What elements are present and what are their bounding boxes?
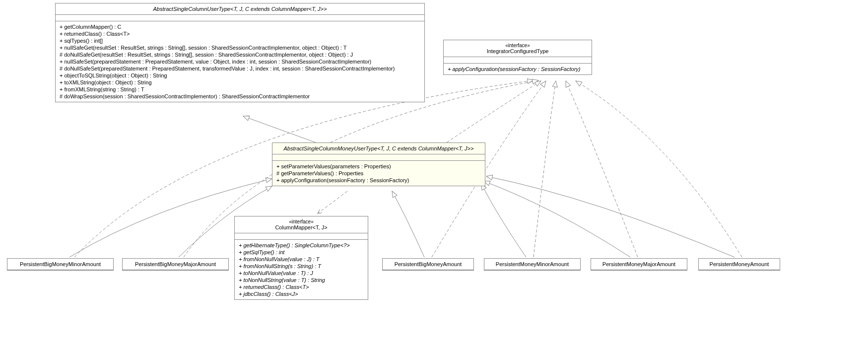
class-abstract-single-column-user-type: AbstractSingleColumnUserType<T, J, C ext… xyxy=(55,3,425,102)
class-title: «interface» ColumnMapper<T, J> xyxy=(235,216,368,233)
class-name: PersistentMoneyMinorAmount xyxy=(496,261,569,267)
class-name: ColumnMapper<T, J> xyxy=(275,224,327,230)
class-integrator-configured-type: «interface» IntegratorConfiguredType + a… xyxy=(443,40,592,75)
class-title: PersistentMoneyAmount xyxy=(699,259,780,270)
class-persistent-big-money-amount: PersistentBigMoneyAmount xyxy=(382,258,474,271)
method: + returnedClass() : Class<T> xyxy=(239,283,364,290)
class-name: AbstractSingleColumnUserType<T, J, C ext… xyxy=(153,6,327,12)
class-title: PersistentBigMoneyAmount xyxy=(383,259,473,270)
method: + applyConfiguration(sessionFactory : Se… xyxy=(276,177,481,184)
stereotype: «interface» xyxy=(448,43,588,48)
class-name: IntegratorConfiguredType xyxy=(487,48,549,54)
methods-section: + setParameterValues(parameters : Proper… xyxy=(272,161,485,186)
method: + jdbcClass() : Class<J> xyxy=(239,290,364,297)
methods-section: + applyConfiguration(sessionFactory : Se… xyxy=(444,64,592,74)
class-name: PersistentMoneyMajorAmount xyxy=(602,261,675,267)
class-persistent-big-money-minor-amount: PersistentBigMoneyMinorAmount xyxy=(7,258,114,271)
method: + nullSafeSet(preparedStatement : Prepar… xyxy=(60,58,420,65)
class-persistent-money-minor-amount: PersistentMoneyMinorAmount xyxy=(484,258,581,271)
method: + getColumnMapper() : C xyxy=(60,23,420,30)
attributes-section xyxy=(56,15,424,21)
class-name: PersistentBigMoneyMajorAmount xyxy=(135,261,216,267)
method: # doNullSafeSet(preparedStatement : Prep… xyxy=(60,65,420,72)
method: + nullSafeGet(resultSet : ResultSet, str… xyxy=(60,44,420,51)
class-title: «interface» IntegratorConfiguredType xyxy=(444,40,592,57)
method: + toXMLString(object : Object) : String xyxy=(60,79,420,86)
methods-section: + getColumnMapper() : C + returnedClass(… xyxy=(56,21,424,102)
class-name: PersistentBigMoneyAmount xyxy=(395,261,462,267)
method: # getParameterValues() : Properties xyxy=(276,170,481,177)
method: + getSqlType() : int xyxy=(239,249,364,256)
attributes-section xyxy=(235,233,368,240)
method: + setParameterValues(parameters : Proper… xyxy=(276,163,481,170)
class-name: PersistentMoneyAmount xyxy=(710,261,769,267)
class-persistent-money-major-amount: PersistentMoneyMajorAmount xyxy=(591,258,687,271)
methods-section: + getHibernateType() : SingleColumnType<… xyxy=(235,240,368,299)
class-name: AbstractSingleColumnMoneyUserType<T, J, … xyxy=(284,145,474,151)
method: + fromNonNullValue(value : J) : T xyxy=(239,256,364,263)
class-title: AbstractSingleColumnMoneyUserType<T, J, … xyxy=(272,143,485,154)
class-title: PersistentBigMoneyMajorAmount xyxy=(123,259,228,270)
class-title: PersistentBigMoneyMinorAmount xyxy=(7,259,113,270)
method: + returnedClass() : Class<T> xyxy=(60,30,420,37)
method: + toNonNullString(value : T) : String xyxy=(239,277,364,283)
class-name: PersistentBigMoneyMinorAmount xyxy=(20,261,101,267)
class-persistent-big-money-major-amount: PersistentBigMoneyMajorAmount xyxy=(122,258,229,271)
method: + applyConfiguration(sessionFactory : Se… xyxy=(448,66,588,72)
method: + fromXMLString(string : String) : T xyxy=(60,86,420,93)
stereotype: «interface» xyxy=(239,219,364,224)
method: + toNonNullValue(value : T) : J xyxy=(239,270,364,277)
method: + objectToSQLString(object : Object) : S… xyxy=(60,72,420,79)
class-persistent-money-amount: PersistentMoneyAmount xyxy=(698,258,780,271)
class-title: PersistentMoneyMajorAmount xyxy=(591,259,687,270)
method: + getHibernateType() : SingleColumnType<… xyxy=(239,242,364,249)
class-column-mapper: «interface» ColumnMapper<T, J> + getHibe… xyxy=(234,216,368,300)
method: # doNullSafeGet(resultSet : ResultSet, s… xyxy=(60,51,420,58)
method: # doWrapSession(session : SharedSessionC… xyxy=(60,93,420,100)
method: + fromNonNullString(s : String) : T xyxy=(239,263,364,270)
method: + sqlTypes() : int[] xyxy=(60,37,420,44)
attributes-section xyxy=(444,57,592,64)
attributes-section xyxy=(272,154,485,161)
class-title: AbstractSingleColumnUserType<T, J, C ext… xyxy=(56,3,424,15)
class-abstract-single-column-money-user-type: AbstractSingleColumnMoneyUserType<T, J, … xyxy=(272,142,485,186)
class-title: PersistentMoneyMinorAmount xyxy=(484,259,580,270)
